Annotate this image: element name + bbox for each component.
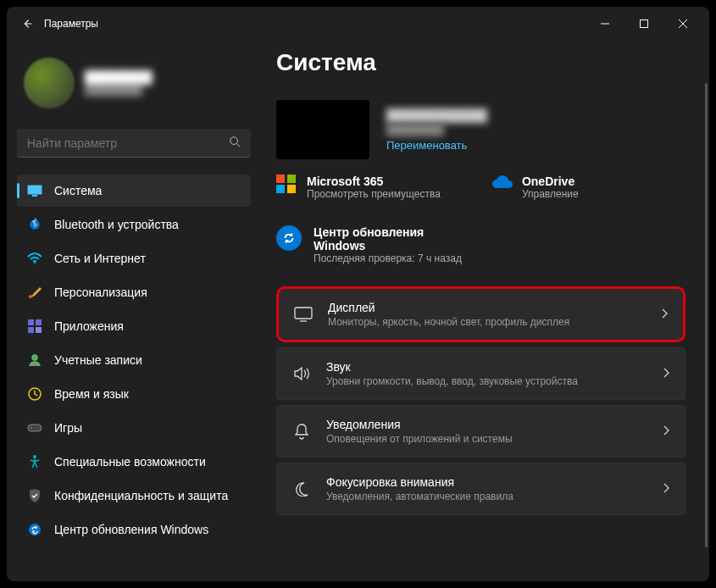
promo-onedrive[interactable]: OneDrive Управление — [491, 175, 579, 200]
search-input[interactable] — [27, 136, 229, 150]
promo-sub: Просмотреть преимущества — [307, 188, 441, 200]
promo-title: OneDrive — [522, 175, 579, 188]
card-title: Дисплей — [328, 301, 646, 314]
display-icon — [27, 183, 42, 198]
sidebar-item-accounts[interactable]: Учетные записи — [17, 344, 251, 376]
svg-rect-2 — [28, 186, 42, 195]
search-icon — [229, 136, 241, 151]
promo-m365[interactable]: Microsoft 365 Просмотреть преимущества — [276, 175, 441, 200]
close-button[interactable] — [663, 10, 702, 37]
svg-point-14 — [31, 427, 32, 429]
svg-point-11 — [32, 355, 37, 360]
device-model: ████████ — [386, 124, 487, 136]
sidebar-item-label: Время и язык — [54, 387, 129, 401]
sidebar-item-label: Специальные возможности — [54, 455, 206, 469]
close-icon — [679, 19, 687, 28]
main-panel: Система ████████████ ████████ Переименов… — [261, 41, 709, 581]
profile-name: ████████ — [85, 70, 152, 84]
sidebar-item-label: Приложения — [54, 319, 124, 333]
sidebar-item-label: Система — [54, 184, 102, 197]
minimize-icon — [601, 19, 609, 28]
sidebar-item-gaming[interactable]: Игры — [17, 412, 251, 444]
sidebar-item-accessibility[interactable]: Специальные возможности — [17, 446, 251, 478]
svg-rect-0 — [641, 20, 648, 28]
chevron-right-icon — [663, 424, 669, 439]
card-title: Уведомления — [326, 418, 647, 431]
sidebar-item-time-language[interactable]: Время и язык — [17, 378, 251, 410]
sidebar-item-windows-update[interactable]: Центр обновления Windows — [17, 513, 251, 546]
sidebar-item-personalization[interactable]: Персонализация — [17, 276, 251, 308]
svg-rect-9 — [28, 327, 34, 333]
window-title: Параметры — [44, 18, 98, 30]
update-icon — [276, 225, 302, 251]
clock-globe-icon — [27, 386, 42, 402]
bluetooth-icon — [27, 217, 42, 232]
shield-icon — [27, 488, 42, 503]
chevron-right-icon — [663, 481, 669, 496]
bell-icon — [292, 422, 311, 441]
avatar — [24, 58, 75, 108]
page-title: Система — [276, 49, 685, 76]
device-name: ████████████ — [386, 108, 487, 122]
card-sound[interactable]: Звук Уровни громкости, вывод, ввод, звук… — [276, 347, 685, 400]
sidebar-item-privacy[interactable]: Конфиденциальность и защита — [17, 480, 251, 512]
maximize-icon — [640, 19, 648, 28]
arrow-left-icon — [21, 18, 33, 30]
sidebar-item-label: Конфиденциальность и защита — [54, 489, 228, 502]
gamepad-icon — [27, 420, 42, 435]
search-box[interactable] — [17, 129, 251, 158]
svg-rect-13 — [28, 424, 42, 431]
sidebar-item-label: Игры — [54, 421, 82, 435]
card-display[interactable]: Дисплей Мониторы, яркость, ночной свет, … — [276, 286, 685, 342]
moon-icon — [292, 480, 311, 498]
update-sub: Последняя проверка: 7 ч назад — [314, 252, 462, 264]
chevron-right-icon — [663, 366, 669, 381]
rename-link[interactable]: Переименовать — [386, 139, 487, 152]
maximize-button[interactable] — [624, 10, 663, 37]
minimize-button[interactable] — [586, 10, 624, 37]
back-button[interactable] — [14, 10, 41, 37]
windows-update-block[interactable]: Центр обновления Windows Последняя прове… — [276, 225, 685, 264]
svg-rect-7 — [28, 319, 34, 325]
card-sub: Оповещения от приложений и системы — [326, 433, 647, 445]
sound-icon — [292, 364, 311, 383]
accessibility-icon — [27, 454, 42, 469]
chevron-right-icon — [661, 307, 668, 322]
card-focus-assist[interactable]: Фокусировка внимания Уведомления, автома… — [276, 463, 685, 515]
microsoft-logo-icon — [276, 175, 297, 195]
update-icon — [27, 522, 42, 537]
card-sub: Уведомления, автоматические правила — [326, 491, 647, 502]
promo-sub: Управление — [522, 188, 579, 200]
svg-rect-10 — [36, 327, 42, 333]
update-title: Центр обновления Windows — [314, 225, 458, 252]
card-notifications[interactable]: Уведомления Оповещения от приложений и с… — [276, 405, 685, 458]
onedrive-icon — [491, 175, 512, 195]
svg-rect-3 — [32, 195, 37, 197]
sidebar-item-system[interactable]: Система — [17, 175, 251, 207]
device-thumbnail — [276, 100, 369, 159]
sidebar: ████████ ████████ Система Bluetooth и ус… — [7, 41, 261, 581]
sidebar-item-label: Центр обновления Windows — [54, 523, 208, 536]
person-icon — [27, 352, 42, 368]
promo-title: Microsoft 365 — [307, 175, 441, 188]
card-sub: Мониторы, яркость, ночной свет, профиль … — [328, 316, 646, 328]
card-title: Фокусировка внимания — [326, 475, 647, 489]
sidebar-item-apps[interactable]: Приложения — [17, 310, 251, 342]
card-title: Звук — [326, 360, 647, 374]
svg-rect-18 — [295, 308, 312, 319]
card-sub: Уровни громкости, вывод, ввод, звуковые … — [326, 375, 647, 387]
svg-point-15 — [37, 427, 39, 429]
monitor-icon — [294, 305, 313, 324]
sidebar-item-label: Bluetooth и устройства — [54, 218, 179, 231]
sidebar-item-label: Учетные записи — [54, 353, 142, 367]
settings-window: Параметры ████████ ████████ — [7, 7, 709, 581]
scrollbar[interactable] — [705, 83, 708, 547]
profile-block[interactable]: ████████ ████████ — [17, 41, 251, 129]
sidebar-item-bluetooth[interactable]: Bluetooth и устройства — [17, 208, 251, 241]
device-block: ████████████ ████████ Переименовать — [276, 100, 685, 159]
svg-point-6 — [29, 295, 32, 298]
profile-email: ████████ — [85, 84, 152, 96]
svg-rect-8 — [36, 319, 42, 325]
sidebar-item-network[interactable]: Сеть и Интернет — [17, 242, 251, 275]
sidebar-item-label: Сеть и Интернет — [54, 252, 146, 265]
